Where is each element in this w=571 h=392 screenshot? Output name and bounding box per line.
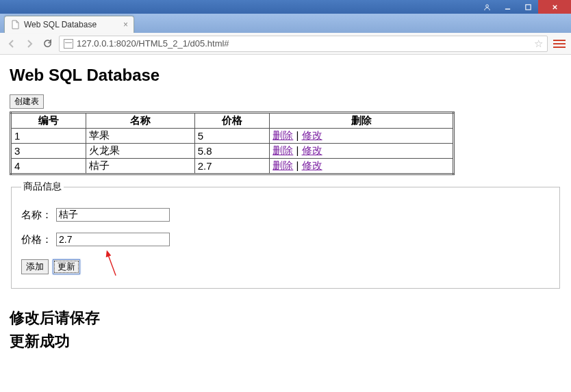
back-button[interactable] — [5, 38, 18, 50]
cell-price: 5.8 — [194, 144, 270, 159]
price-label: 价格： — [21, 233, 52, 246]
svg-point-0 — [485, 4, 488, 7]
cell-actions: 删除 | 修改 — [270, 159, 454, 174]
forward-button[interactable] — [23, 38, 36, 50]
cell-actions: 删除 | 修改 — [270, 129, 454, 144]
cell-name: 火龙果 — [86, 144, 194, 159]
delete-link[interactable]: 删除 — [272, 144, 293, 156]
product-info-fieldset: 商品信息 名称： 价格： 添加 更新 — [11, 181, 560, 289]
window-titlebar — [0, 0, 571, 14]
delete-link[interactable]: 删除 — [272, 129, 293, 141]
user-icon[interactable] — [477, 0, 497, 14]
fieldset-legend: 商品信息 — [21, 181, 64, 193]
minimize-button[interactable] — [497, 0, 518, 14]
cell-price: 5 — [194, 129, 270, 144]
name-label: 名称： — [21, 209, 52, 222]
edit-link[interactable]: 修改 — [302, 159, 322, 171]
message-line-1: 修改后请保存 — [10, 308, 561, 328]
message-line-2: 更新成功 — [10, 331, 561, 352]
svg-rect-2 — [525, 4, 530, 9]
table-row: 1 苹果 5 删除 | 修改 — [11, 129, 454, 144]
cell-id: 3 — [11, 144, 86, 159]
table-row: 4 桔子 2.7 删除 | 修改 — [11, 159, 454, 174]
page-icon — [10, 20, 20, 29]
close-button[interactable] — [538, 0, 571, 14]
hamburger-menu-icon[interactable] — [553, 40, 566, 48]
cell-actions: 删除 | 修改 — [270, 144, 454, 159]
product-table: 编号 名称 价格 删除 1 苹果 5 删除 | 修改 3 火龙果 5.8 删除 … — [10, 112, 455, 175]
address-bar[interactable]: 127.0.0.1:8020/HTML5_2_1/d05.html# ☆ — [59, 36, 548, 52]
name-input[interactable] — [56, 208, 170, 222]
site-icon — [64, 39, 73, 49]
tab-title: Web SQL Database — [24, 20, 97, 29]
nav-toolbar: 127.0.0.1:8020/HTML5_2_1/d05.html# ☆ — [0, 33, 571, 55]
update-button[interactable]: 更新 — [53, 259, 80, 274]
maximize-button[interactable] — [518, 0, 538, 14]
browser-tab[interactable]: Web SQL Database × — [4, 16, 134, 33]
annotation-arrow-icon — [95, 250, 126, 280]
url-text: 127.0.0.1:8020/HTML5_2_1/d05.html# — [77, 38, 229, 49]
svg-line-5 — [101, 255, 123, 276]
page-title: Web SQL Database — [10, 66, 561, 85]
table-row: 3 火龙果 5.8 删除 | 修改 — [11, 144, 454, 159]
reload-button[interactable] — [41, 38, 53, 50]
add-button[interactable]: 添加 — [21, 259, 49, 274]
edit-link[interactable]: 修改 — [302, 144, 322, 156]
cell-price: 2.7 — [194, 159, 270, 174]
col-name: 名称 — [86, 113, 194, 129]
cell-id: 4 — [11, 159, 86, 174]
cell-name: 桔子 — [86, 159, 194, 174]
svg-marker-6 — [103, 250, 112, 259]
message-block: 修改后请保存 更新成功 — [10, 308, 561, 352]
edit-link[interactable]: 修改 — [302, 129, 322, 141]
delete-link[interactable]: 删除 — [272, 159, 293, 171]
page-content: Web SQL Database 创建表 编号 名称 价格 删除 1 苹果 5 … — [0, 55, 571, 361]
col-price: 价格 — [194, 113, 270, 129]
tab-strip: Web SQL Database × — [0, 14, 571, 33]
price-input[interactable] — [56, 233, 170, 246]
cell-name: 苹果 — [86, 129, 194, 144]
col-delete: 删除 — [270, 113, 454, 129]
col-id: 编号 — [11, 113, 86, 129]
create-table-button[interactable]: 创建表 — [10, 94, 44, 109]
bookmark-star-icon[interactable]: ☆ — [534, 38, 543, 50]
tab-close-icon[interactable]: × — [123, 20, 128, 29]
cell-id: 1 — [11, 129, 86, 144]
